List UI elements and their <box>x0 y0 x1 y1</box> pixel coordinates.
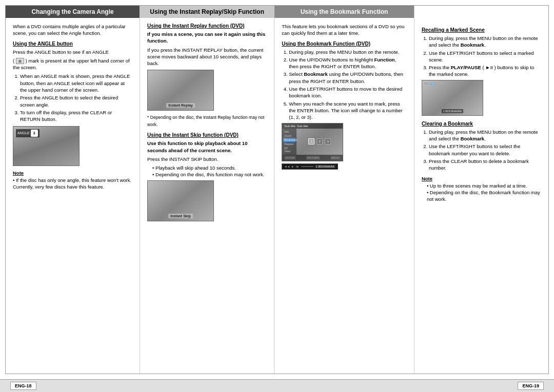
col1-header: Changing the Camera Angle <box>6 6 140 18</box>
rd-1 <box>424 82 428 85</box>
control-strip: ◄◄ ► I► 1 BOOKMARK <box>282 163 338 170</box>
skip-title: Using the Instant Skip function (DVD) <box>147 132 267 138</box>
recall-steps: During play, press the MENU button on th… <box>422 35 541 78</box>
col4-note-1: Up to three scenes may be marked at a ti… <box>427 182 541 189</box>
rd-3 <box>434 82 439 85</box>
skip-bold: Use this function to skip playback about… <box>147 140 267 154</box>
bk-slot-1: 1 <box>308 138 314 145</box>
bookmark-menu-list: Info Zoom Bookmark Repeat EZ View <box>282 129 296 155</box>
bookmark-bottombar: ENTER RETURN MENU <box>282 155 343 161</box>
recall-step-3: Press the PLAY/PAUSE ( ►II ) buttons to … <box>429 64 541 78</box>
col-bookmark: Using the Bookmark Function This feature… <box>274 6 414 374</box>
ctrl-label-2: ► <box>291 165 294 168</box>
bookmark-step-2: Use the UP/DOWN buttons to highlight Fun… <box>289 56 407 70</box>
bk-item-repeat: Repeat <box>283 142 295 146</box>
angle-p2: ( ⊞ ) mark is present at the upper left … <box>13 57 132 71</box>
bk-return-btn: RETURN <box>306 156 320 160</box>
recalled-topbar: ◄◄ <box>424 82 481 85</box>
bookmark-step-4: Use the LEFT/RIGHT buttons to move to th… <box>289 86 407 99</box>
bk-item-ezview: EZ View <box>283 146 295 153</box>
bookmark-dvd-title: Using the Bookmark Function (DVD) <box>282 41 407 47</box>
replay-note-text: * Depending on the disc, the Instant Rep… <box>147 115 264 127</box>
skip-bold-text: Use this function to skip playback about… <box>147 140 247 153</box>
col4-note-bullets: Up to three scenes may be marked at a ti… <box>422 182 541 203</box>
col1-note-text: • If the disc has only one angle, this f… <box>13 177 132 191</box>
col4-note-2: Depending on the disc, the Bookmark func… <box>427 189 541 203</box>
replay-note: * Depending on the disc, the Instant Rep… <box>147 114 267 128</box>
bookmark-counter: 1 BOOKMARK <box>315 165 335 168</box>
bk-item-bookmark: Bookmark <box>283 138 295 142</box>
angle-badge-label: ANGLE <box>17 131 30 135</box>
bk-item-zoom: Zoom <box>283 134 295 138</box>
skip-bullet-2: Depending on the disc, this function may… <box>152 171 267 178</box>
clearing-steps: During play, press the MENU button on th… <box>422 129 541 172</box>
bk-slot-3: 3 <box>325 138 331 145</box>
replay-p1: If you press the INSTANT REPLAY button, … <box>147 47 267 67</box>
replay-screen-image: Instant Replay <box>147 70 214 111</box>
bookmark-steps: During play, press the MENU button on th… <box>282 49 407 121</box>
col3-header: Using the Bookmark Function <box>274 6 414 18</box>
recalled-label: 1 BOOKMARK <box>442 109 463 113</box>
page: Changing the Camera Angle When a DVD con… <box>0 0 554 392</box>
col3-intro: This feature lets you bookmark sections … <box>282 23 407 37</box>
col-replay-skip: Using the Instant Replay/Skip Function U… <box>140 6 274 374</box>
angle-number: 1 <box>31 130 38 137</box>
bk-tab-2: Sub title <box>297 125 308 128</box>
ctrl-label-1: ◄◄ <box>284 165 290 168</box>
bookmark-topbar: Sub title Sub title <box>282 123 343 129</box>
angle-step-1: When an ANGLE mark is shown, press the A… <box>20 73 132 93</box>
angle-badge: ANGLE 1 <box>16 129 39 137</box>
page-num-left: ENG-18 <box>10 382 36 390</box>
angle-step-2: Press the ANGLE button to select the des… <box>20 94 132 108</box>
recalled-screen-image: ◄◄ 1 BOOKMARK <box>422 80 483 116</box>
main-content: Changing the Camera Angle When a DVD con… <box>5 5 549 374</box>
bookmark-menu: Info Zoom Bookmark Repeat EZ View 1 2 3 <box>282 129 343 155</box>
angle-steps: When an ANGLE mark is shown, press the A… <box>13 73 132 122</box>
bookmark-icons-area: 1 2 3 <box>296 129 343 155</box>
col-camera-angle: Changing the Camera Angle When a DVD con… <box>6 6 140 374</box>
angle-screen-image: ANGLE 1 <box>13 126 80 166</box>
angle-step-3: To turn off the display, press the CLEAR… <box>20 109 132 123</box>
recall-step-1: During play, press the MENU button on th… <box>429 35 541 49</box>
rd-4 <box>440 82 444 85</box>
angle-icon: ⊞ <box>16 58 24 64</box>
bk-enter-btn: ENTER <box>284 156 296 160</box>
replay-title: Using the Instant Replay function (DVD) <box>147 23 267 29</box>
col-recall-clear: Recalling a Marked Scene During play, pr… <box>414 6 548 374</box>
rd-2: ◄◄ <box>429 82 433 85</box>
bk-slot-2: 2 <box>316 138 323 145</box>
bk-item-info: Info <box>283 130 295 134</box>
ctrl-label-3: I► <box>296 165 300 168</box>
bookmark-step-3: Select Bookmark using the UP/DOWN button… <box>289 71 407 85</box>
clearing-step-3: Press the CLEAR button to delete a bookm… <box>429 158 541 172</box>
skip-p1: Press the INSTANT SKIP button. <box>147 156 267 162</box>
bookmark-screen-image: Sub title Sub title Info Zoom Bookmark R… <box>282 123 343 161</box>
replay-screen-label: Instant Replay <box>166 103 195 108</box>
progress-bar <box>301 166 313 167</box>
skip-screen-image: Instant Skip <box>147 180 214 221</box>
recalled-bottombar: 1 BOOKMARK <box>424 109 481 113</box>
recall-title: Recalling a Marked Scene <box>422 27 541 33</box>
bookmark-step-5: When you reach the scene you want to mar… <box>289 100 407 121</box>
footer: ENG-18 ENG-19 <box>0 379 554 392</box>
clearing-title: Clearing a Bookmark <box>422 121 541 127</box>
page-num-right: ENG-19 <box>518 382 544 390</box>
replay-bold-text: If you miss a scene, you can see it agai… <box>147 31 265 44</box>
col1-intro: When a DVD contains multiple angles of a… <box>13 23 132 37</box>
col1-note-title: Note <box>13 170 132 176</box>
bk-tab-1: Sub title <box>284 125 295 128</box>
col2-header: Using the Instant Replay/Skip Function <box>140 6 274 18</box>
bk-menu-btn: MENU <box>330 156 341 160</box>
col4-spacer <box>422 12 541 23</box>
bookmark-step-1: During play, press the MENU button on th… <box>289 49 407 55</box>
clearing-step-1: During play, press the MENU button on th… <box>429 129 541 142</box>
clearing-step-2: Use the LEFT/RIGHT buttons to select the… <box>429 143 541 157</box>
skip-bullet-1: Playback will skip ahead 10 seconds. <box>152 164 267 171</box>
replay-bold: If you miss a scene, you can see it agai… <box>147 31 267 45</box>
skip-screen-label: Instant Skip <box>168 214 193 218</box>
skip-bullets: Playback will skip ahead 10 seconds. Dep… <box>147 164 267 178</box>
recall-step-2: Use the LEFT/RIGHT buttons to select a m… <box>429 50 541 64</box>
angle-button-title: Using the ANGLE button <box>13 41 132 47</box>
angle-p1: Press the ANGLE button to see if an ANGL… <box>13 49 132 55</box>
col4-note-title: Note <box>422 176 541 181</box>
